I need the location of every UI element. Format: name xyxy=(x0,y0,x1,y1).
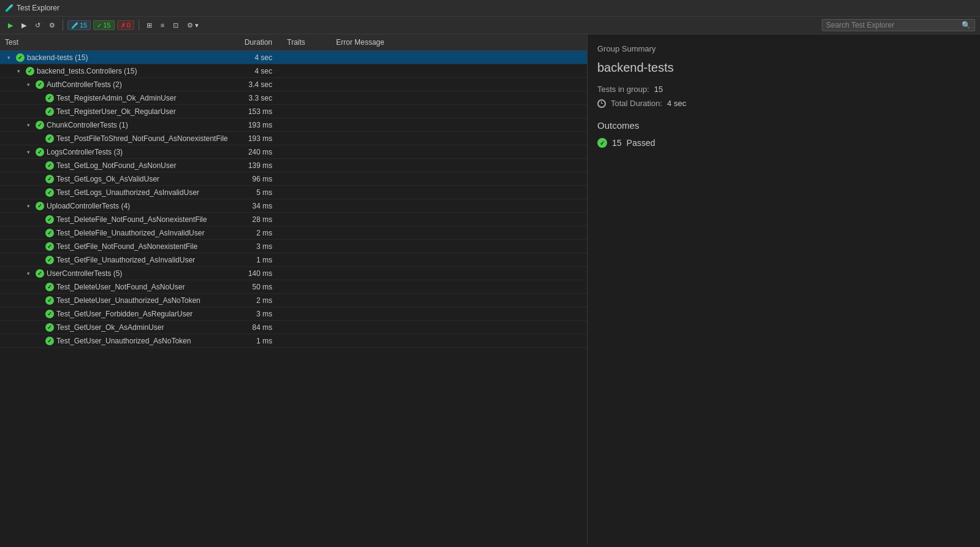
table-row[interactable]: ▾ backend_tests.Controllers (15) 4 sec xyxy=(0,64,587,78)
options-icon: ⚙ ▾ xyxy=(187,21,199,29)
test-error xyxy=(331,240,587,253)
sortby-button[interactable]: ⊡ xyxy=(170,20,182,31)
table-row[interactable]: Test_GetFile_Unauthorized_AsInvalidUser … xyxy=(0,253,587,267)
side-panel: Group Summary backend-tests Tests in gro… xyxy=(588,34,980,545)
title-icon: 🧪 xyxy=(5,4,14,12)
test-traits xyxy=(282,91,331,105)
rerun-button[interactable]: ↺ xyxy=(32,20,44,31)
table-row[interactable]: Test_GetLogs_Ok_AsValidUser 96 ms xyxy=(0,172,587,186)
run-all-button[interactable]: ▶ xyxy=(5,20,16,31)
test-duration: 5 ms xyxy=(233,186,282,199)
test-duration: 34 ms xyxy=(233,199,282,213)
badge-red-icon: ✗ xyxy=(121,22,126,29)
outcome-passed-count: 15 xyxy=(612,138,622,148)
separator-2 xyxy=(139,20,139,31)
test-error xyxy=(331,118,587,132)
test-traits xyxy=(282,253,331,267)
test-name: Test_GetFile_NotFound_AsNonexistentFile xyxy=(56,242,197,251)
collapse-arrow[interactable]: ▾ xyxy=(27,122,33,128)
table-row[interactable]: ▾ LogsControllerTests (3) 240 ms xyxy=(0,145,587,159)
table-row[interactable]: Test_RegisterAdmin_Ok_AdminUser 3.3 sec xyxy=(0,91,587,105)
table-row[interactable]: ▾ ChunkControllerTests (1) 193 ms xyxy=(0,118,587,132)
col-header-traits[interactable]: Traits xyxy=(282,34,331,51)
test-error xyxy=(331,199,587,213)
options-button[interactable]: ⚙ ▾ xyxy=(184,20,202,31)
table-row[interactable]: Test_GetUser_Forbidden_AsRegularUser 3 m… xyxy=(0,307,587,321)
collapse-arrow[interactable]: ▾ xyxy=(17,68,23,74)
test-traits xyxy=(282,118,331,132)
test-pass-icon xyxy=(45,323,54,332)
collapse-arrow[interactable]: ▾ xyxy=(27,82,33,88)
test-name: backend_tests.Controllers (15) xyxy=(37,67,137,75)
separator-1 xyxy=(63,20,63,31)
table-row[interactable]: ▾ UploadControllerTests (4) 34 ms xyxy=(0,199,587,213)
table-row[interactable]: Test_PostFileToShred_NotFound_AsNonexist… xyxy=(0,132,587,145)
table-row[interactable]: Test_GetUser_Unauthorized_AsNoToken 1 ms xyxy=(0,334,587,348)
badge-blue-count: 15 xyxy=(80,21,87,29)
settings-button[interactable]: ⚙ xyxy=(46,20,58,31)
test-name: ChunkControllerTests (1) xyxy=(47,121,128,129)
test-traits xyxy=(282,213,331,226)
test-pass-icon xyxy=(45,337,54,345)
table-row[interactable]: Test_RegisterUser_Ok_RegularUser 153 ms xyxy=(0,105,587,118)
search-container: 🔍 xyxy=(822,19,975,31)
test-name: Test_RegisterAdmin_Ok_AdminUser xyxy=(56,94,176,102)
test-error xyxy=(331,51,587,64)
groupby-button[interactable]: ≡ xyxy=(158,20,167,31)
table-row[interactable]: Test_GetUser_Ok_AsAdminUser 84 ms xyxy=(0,321,587,334)
run-selected-icon: ▶ xyxy=(21,21,26,29)
test-pass-icon xyxy=(45,161,54,170)
test-error xyxy=(331,321,587,334)
test-pass-icon xyxy=(45,283,54,291)
group-pass-icon xyxy=(36,148,44,156)
test-duration: 4 sec xyxy=(233,51,282,64)
test-traits xyxy=(282,240,331,253)
search-input[interactable] xyxy=(826,21,962,29)
test-name: Test_GetLogs_Ok_AsValidUser xyxy=(56,175,159,183)
test-traits xyxy=(282,334,331,348)
table-row[interactable]: Test_GetLog_NotFound_AsNonUser 139 ms xyxy=(0,159,587,172)
collapse-arrow[interactable]: ▾ xyxy=(27,203,33,209)
col-header-test[interactable]: Test xyxy=(0,34,233,51)
test-traits xyxy=(282,64,331,78)
collapse-arrow[interactable]: ▾ xyxy=(27,149,33,155)
group-pass-icon xyxy=(26,67,34,75)
playlist-button[interactable]: ⊞ xyxy=(144,20,155,31)
test-duration: 96 ms xyxy=(233,172,282,186)
test-error xyxy=(331,294,587,307)
outcome-passed: 15 Passed xyxy=(597,138,970,148)
table-row[interactable]: Test_GetFile_NotFound_AsNonexistentFile … xyxy=(0,240,587,253)
test-traits xyxy=(282,294,331,307)
col-header-duration[interactable]: Duration xyxy=(233,34,282,51)
test-error xyxy=(331,213,587,226)
collapse-arrow[interactable]: ▾ xyxy=(7,55,13,61)
test-name: Test_DeleteFile_NotFound_AsNonexistentFi… xyxy=(56,215,207,224)
table-row[interactable]: ▾ backend-tests (15) 4 sec xyxy=(0,51,587,64)
test-duration: 240 ms xyxy=(233,145,282,159)
test-name: backend-tests (15) xyxy=(27,53,88,62)
group-pass-icon xyxy=(36,80,44,89)
table-row[interactable]: Test_DeleteFile_NotFound_AsNonexistentFi… xyxy=(0,213,587,226)
test-duration: 1 ms xyxy=(233,253,282,267)
table-row[interactable]: Test_GetLogs_Unauthorized_AsInvalidUser … xyxy=(0,186,587,199)
table-row[interactable]: ▾ UserControllerTests (5) 140 ms xyxy=(0,267,587,280)
test-error xyxy=(331,78,587,91)
test-pass-icon xyxy=(45,94,54,102)
test-error xyxy=(331,91,587,105)
test-traits xyxy=(282,280,331,294)
run-selected-button[interactable]: ▶ xyxy=(18,20,29,31)
table-row[interactable]: Test_DeleteUser_NotFound_AsNoUser 50 ms xyxy=(0,280,587,294)
test-name: UserControllerTests (5) xyxy=(47,269,122,278)
test-traits xyxy=(282,186,331,199)
total-duration: Total Duration: 4 sec xyxy=(597,99,970,108)
collapse-arrow[interactable]: ▾ xyxy=(27,270,33,277)
table-row[interactable]: Test_DeleteFile_Unauthorized_AsInvalidUs… xyxy=(0,226,587,240)
tests-in-group-value: 15 xyxy=(654,85,663,94)
test-pass-icon xyxy=(45,188,54,197)
test-name: Test_GetFile_Unauthorized_AsInvalidUser xyxy=(56,256,195,264)
main-content: Test Duration Traits Error Message ▾ bac… xyxy=(0,34,980,545)
test-pass-icon xyxy=(45,215,54,224)
col-header-error[interactable]: Error Message xyxy=(331,34,587,51)
table-row[interactable]: Test_DeleteUser_Unauthorized_AsNoToken 2… xyxy=(0,294,587,307)
table-row[interactable]: ▾ AuthControllerTests (2) 3.4 sec xyxy=(0,78,587,91)
